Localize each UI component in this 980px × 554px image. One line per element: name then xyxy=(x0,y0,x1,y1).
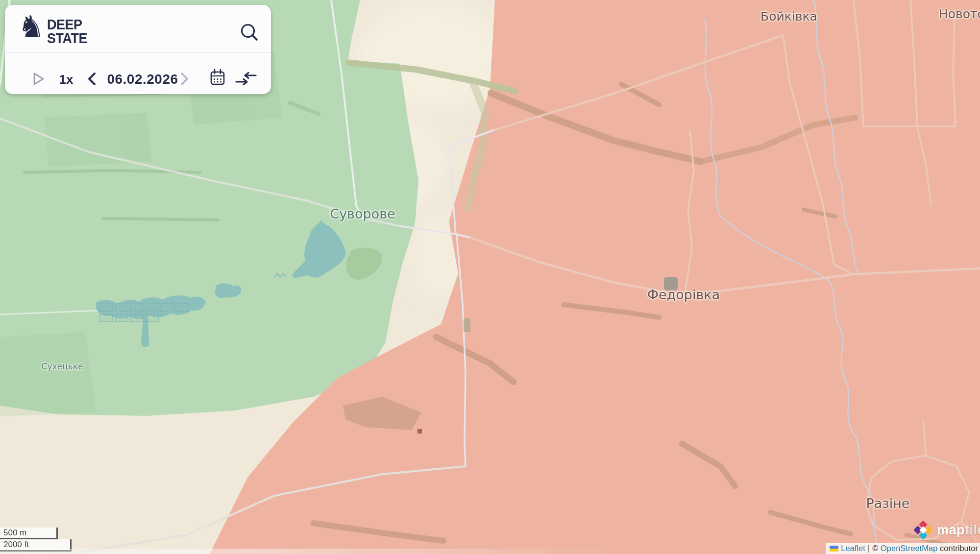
maptiler-logo-icon xyxy=(912,518,934,542)
bottom-fade xyxy=(0,549,833,554)
place-label: Сухецьке xyxy=(42,361,83,371)
date-display[interactable]: 06.02.2026 xyxy=(103,72,182,87)
scalebar-metric: 500 m xyxy=(0,528,58,539)
deepstate-knight-logo-icon: ♞ xyxy=(18,10,45,44)
place-label: Разіне xyxy=(866,496,910,511)
maptiler-wordmark: maptiler xyxy=(937,523,980,538)
speed-button[interactable]: 1x xyxy=(54,72,78,87)
place-label: Суворове xyxy=(330,206,395,221)
brand-wordmark: DEEP STATE xyxy=(47,18,87,45)
attribution-bar: Leaflet | © OpenStreetMap contributor xyxy=(826,543,980,554)
place-label: Федорівка xyxy=(647,287,720,302)
brand-line2: STATE xyxy=(47,31,87,45)
place-label: Новотор xyxy=(939,7,980,21)
maptiler-watermark[interactable]: maptiler xyxy=(912,518,980,542)
attribution-suffix: contributor xyxy=(940,544,978,553)
search-icon[interactable] xyxy=(239,23,260,43)
prev-date-button[interactable] xyxy=(84,69,99,89)
ukraine-flag-icon xyxy=(830,546,838,552)
attribution-separator: | xyxy=(868,544,870,553)
compare-dates-icon[interactable] xyxy=(232,68,260,89)
play-button[interactable] xyxy=(30,69,48,89)
leaflet-link[interactable]: Leaflet xyxy=(841,544,865,553)
brand-line1: DEEP xyxy=(47,18,87,31)
copyright-symbol: © xyxy=(872,544,878,553)
control-card: ♞ DEEP STATE 1x 06.02.2026 xyxy=(5,5,271,94)
osm-link[interactable]: OpenStreetMap xyxy=(881,544,937,553)
next-date-button[interactable] xyxy=(177,69,192,89)
place-label: Бойківка xyxy=(760,9,817,24)
calendar-icon[interactable] xyxy=(207,65,228,88)
deepstate-map-app: Бойківка Новотор Суворове Сухецьке Федор… xyxy=(0,0,980,554)
card-divider xyxy=(5,52,271,53)
